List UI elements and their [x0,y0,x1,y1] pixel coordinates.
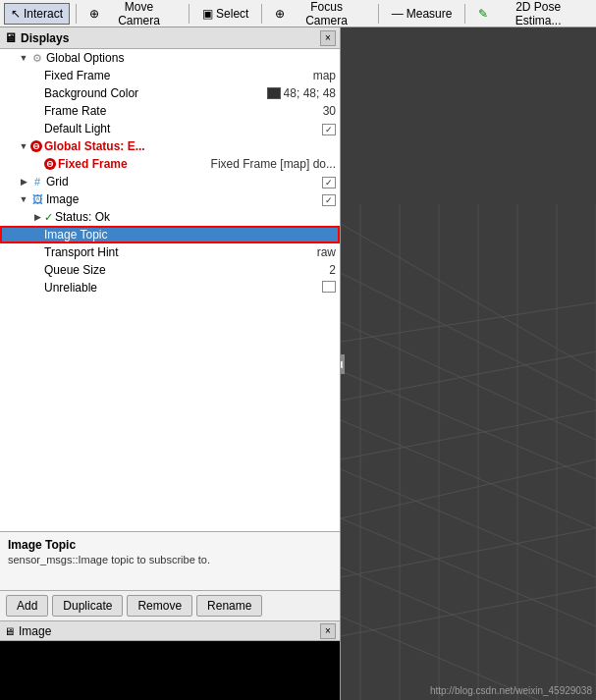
viewport[interactable]: ◀ http://blog.csdn.net/weixin_45929038 [341,27,596,700]
rename-button[interactable]: Rename [196,595,262,617]
move-camera-icon: ⊕ [89,7,99,21]
status-ok-label: Status: Ok [55,210,340,224]
tree-item-queue-size[interactable]: Queue Size 2 [0,261,340,279]
main-layout: 🖥 Displays × ▼ ⚙ Global Options Fixed Fr… [0,27,596,700]
select-button[interactable]: ▣ Select [195,3,255,25]
cursor-icon: ↖ [11,7,21,21]
tree-view[interactable]: ▼ ⚙ Global Options Fixed Frame map Backg… [0,49,340,531]
left-panel: 🖥 Displays × ▼ ⚙ Global Options Fixed Fr… [0,27,341,700]
unreliable-value [322,281,340,296]
focus-camera-button[interactable]: ⊕ Focus Camera [268,3,371,25]
panel-resize-handle[interactable]: ◀ [341,354,345,374]
2d-pose-icon: ✎ [478,7,488,21]
color-swatch[interactable] [267,87,281,99]
tree-item-global-options[interactable]: ▼ ⚙ Global Options [0,49,340,67]
bottom-buttons-bar: Add Duplicate Remove Rename [0,590,340,620]
fixed-frame-error-label: Fixed Frame [58,157,211,171]
remove-button[interactable]: Remove [127,595,192,617]
transport-hint-value: raw [317,245,340,259]
displays-close-button[interactable]: × [320,30,336,46]
watermark: http://blog.csdn.net/weixin_45929038 [430,685,592,696]
expand-spacer-unreliable [31,282,43,294]
expand-spacer-1 [31,70,43,81]
grid-icon: # [30,175,44,188]
background-color-label: Background Color [44,86,267,100]
select-icon: ▣ [202,7,213,21]
expand-arrow-global-options: ▼ [18,52,29,64]
interact-button[interactable]: ↖ Interact [4,3,70,25]
unreliable-checkbox[interactable] [322,281,336,293]
tree-item-transport-hint[interactable]: Transport Hint raw [0,243,340,261]
tree-item-global-status[interactable]: ▼ ⊖ Global Status: E... [0,137,340,155]
frame-rate-value: 30 [323,104,340,118]
displays-header: 🖥 Displays × [0,27,340,49]
ok-icon: ✓ [44,211,53,224]
bottom-image-title-row: 🖥 Image [4,624,51,638]
displays-header-title: 🖥 Displays [4,30,69,45]
2d-pose-label: 2D Pose Estima... [491,0,585,27]
measure-icon: — [392,7,404,21]
focus-camera-icon: ⊕ [275,7,285,21]
grid-checkbox[interactable]: ✓ [322,177,336,188]
error-icon-global: ⊖ [30,140,42,152]
image-checkbox[interactable]: ✓ [322,194,336,206]
select-label: Select [216,7,248,21]
queue-size-label: Queue Size [44,263,329,277]
background-color-value: 48; 48; 48 [284,86,340,100]
expand-arrow-grid: ▶ [18,176,29,188]
tree-item-status-ok[interactable]: ▶ ✓ Status: Ok [0,208,340,226]
measure-label: Measure [406,7,453,21]
expand-spacer-3 [31,105,43,117]
move-camera-label: Move Camera [102,0,176,27]
bottom-image-black [0,641,59,700]
unreliable-label: Unreliable [44,281,322,295]
displays-title: Displays [21,31,69,45]
global-options-label: Global Options [46,51,340,65]
background-color-value-wrapper: 48; 48; 48 [267,86,340,100]
tree-item-fixed-frame-error[interactable]: ⊖ Fixed Frame Fixed Frame [map] do... [0,155,340,173]
expand-spacer-queue [31,264,43,276]
toolbar-divider-5 [464,4,465,24]
measure-button[interactable]: — Measure [385,3,460,25]
2d-pose-button[interactable]: ✎ 2D Pose Estima... [471,3,592,25]
monitor-icon: 🖥 [4,30,17,45]
grid-checkbox-value: ✓ [322,175,340,188]
info-panel: Image Topic sensor_msgs::Image topic to … [0,531,340,590]
move-camera-button[interactable]: ⊕ Move Camera [82,3,183,25]
info-description: sensor_msgs::Image topic to subscribe to… [8,554,332,565]
expand-spacer-transport [31,246,43,258]
expand-arrow-status: ▶ [31,211,43,223]
expand-spacer-5 [31,158,43,170]
image-checkbox-value: ✓ [322,192,340,206]
frame-rate-label: Frame Rate [44,104,323,118]
tree-item-frame-rate[interactable]: Frame Rate 30 [0,102,340,120]
default-light-value: ✓ [322,122,340,135]
tree-item-unreliable[interactable]: Unreliable [0,279,340,296]
default-light-checkbox[interactable]: ✓ [322,124,336,135]
bottom-image-header: 🖥 Image × [0,621,340,641]
tree-item-background-color[interactable]: Background Color 48; 48; 48 [0,84,340,102]
interact-label: Interact [24,7,63,21]
info-title: Image Topic [8,538,332,552]
bottom-image-close-button[interactable]: × [320,623,336,639]
expand-spacer-2 [31,87,43,99]
transport-hint-label: Transport Hint [44,245,317,259]
duplicate-button[interactable]: Duplicate [52,595,123,617]
svg-rect-0 [341,27,596,700]
fixed-frame-error-value: Fixed Frame [map] do... [211,157,340,171]
gear-icon: ⚙ [30,51,44,65]
tree-item-fixed-frame[interactable]: Fixed Frame map [0,67,340,84]
fixed-frame-value: map [313,69,340,82]
tree-item-grid[interactable]: ▶ # Grid ✓ [0,173,340,190]
add-button[interactable]: Add [6,595,48,617]
tree-item-default-light[interactable]: Default Light ✓ [0,120,340,137]
expand-spacer-4 [31,123,43,135]
tree-item-image[interactable]: ▼ 🖼 Image ✓ [0,190,340,208]
grid-label: Grid [46,175,322,188]
queue-size-value: 2 [329,263,340,277]
tree-item-image-topic[interactable]: Image Topic [0,226,340,243]
image-topic-label: Image Topic [44,228,340,242]
bottom-image-title: Image [19,624,51,638]
default-light-label: Default Light [44,122,322,135]
image-label: Image [46,192,322,206]
